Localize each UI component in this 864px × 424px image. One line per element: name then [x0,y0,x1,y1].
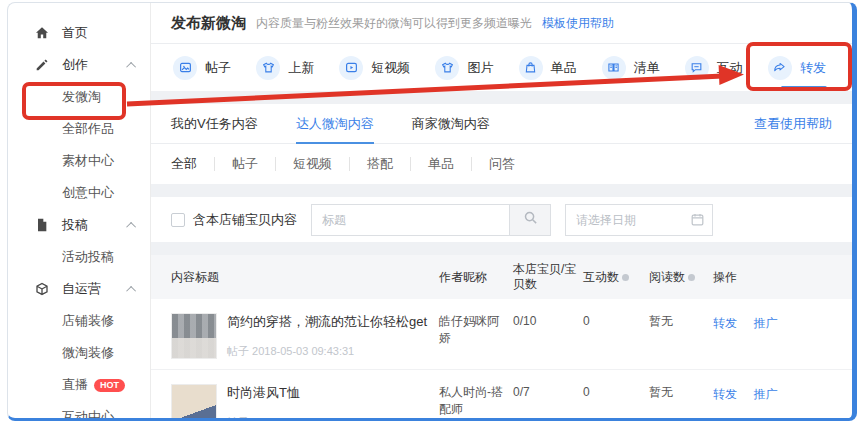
tab-image[interactable]: 图片 [435,44,493,91]
forward-link[interactable]: 转发 [713,316,737,330]
sidebar-item-shop-decoration[interactable]: 店铺装修 [8,305,150,337]
chat-bubble-icon [685,56,709,80]
tab-single-item[interactable]: 单品 [519,44,577,91]
tab-forward[interactable]: 转发 [768,44,826,91]
template-help-link[interactable]: 模板使用帮助 [542,15,614,32]
tab-label: 我的V任务内容 [171,115,258,133]
search-button[interactable] [509,204,551,236]
sidebar-item-label: 创意中心 [62,184,114,202]
content-type-tabs: 帖子 上新 短视频 图片 [151,44,852,91]
sidebar: 首页 创作 发微淘 全部作品 素材中心 创意中心 投稿 [8,3,151,418]
tab-label: 互动 [717,59,743,77]
col-author: 作者昵称 [439,269,513,286]
sidebar-item-create[interactable]: 创作 [8,49,150,81]
info-icon[interactable] [622,274,629,281]
content-meta: 帖子 2018-05-03 09:43:21 [227,415,429,421]
chevron-up-icon [126,61,136,71]
pen-icon [34,57,50,73]
type-filter-row: 全部 帖子 短视频 搭配 单品 问答 [151,144,852,184]
scope-tabs: 我的V任务内容 达人微淘内容 商家微淘内容 查看使用帮助 [151,104,852,144]
search-bar: 含本店铺宝贝内容 [151,197,852,242]
sidebar-item-all-works[interactable]: 全部作品 [8,113,150,145]
tab-label: 单品 [551,59,577,77]
section-divider-band [151,242,852,255]
date-picker[interactable] [565,204,713,236]
col-reads: 阅读数 [649,269,713,286]
include-shop-items-checkbox[interactable] [171,213,185,227]
home-icon [34,25,50,41]
sidebar-item-self-operate[interactable]: 自运营 [8,273,150,305]
interaction-count: 0 [583,384,649,401]
content-thumbnail[interactable] [171,384,217,421]
filter-post[interactable]: 帖子 [214,157,275,171]
hot-badge: HOT [94,379,125,392]
sidebar-item-label: 素材中心 [62,152,114,170]
sidebar-item-submission[interactable]: 投稿 [8,209,150,241]
page-title: 发布新微淘 [171,14,246,33]
tab-label: 图片 [467,59,493,77]
sidebar-item-idea-center[interactable]: 创意中心 [8,177,150,209]
date-input[interactable] [565,204,713,236]
tab-new-arrival[interactable]: 上新 [256,44,314,91]
sidebar-item-label: 互动中心 [62,408,114,421]
info-icon[interactable] [688,274,695,281]
sidebar-item-label: 投稿 [62,216,88,234]
book-icon [602,56,626,80]
sidebar-item-material-center[interactable]: 素材中心 [8,145,150,177]
tshirt-icon [435,56,459,80]
sidebar-item-activity-submission[interactable]: 活动投稿 [8,241,150,273]
chevron-up-icon [126,221,136,231]
tab-label: 帖子 [205,59,231,77]
filter-qa[interactable]: 问答 [471,157,532,171]
sidebar-item-weitao-decoration[interactable]: 微淘装修 [8,337,150,369]
sidebar-item-home[interactable]: 首页 [8,17,150,49]
forward-link[interactable]: 转发 [713,387,737,401]
checkbox-label: 含本店铺宝贝内容 [193,211,297,229]
usage-help-link[interactable]: 查看使用帮助 [754,115,832,133]
filter-single-item[interactable]: 单品 [410,157,471,171]
sidebar-item-live[interactable]: 直播 HOT [8,369,150,401]
tab-post[interactable]: 帖子 [173,44,231,91]
shop-items-count: 0/7 [513,384,583,401]
shop-items-count: 0/10 [513,313,583,330]
col-content-title: 内容标题 [171,269,439,286]
filter-outfit[interactable]: 搭配 [349,157,410,171]
shopping-bag-icon [519,56,543,80]
tab-interaction[interactable]: 互动 [685,44,743,91]
promote-link[interactable]: 推广 [753,387,777,401]
author-name: 皓仔妈咪阿娇 [439,313,513,347]
page-header: 发布新微淘 内容质量与粉丝效果好的微淘可以得到更多频道曝光 模板使用帮助 [151,3,852,44]
app-window: 首页 创作 发微淘 全部作品 素材中心 创意中心 投稿 [7,2,857,421]
tab-merchant-weitao-content[interactable]: 商家微淘内容 [412,104,490,143]
sidebar-item-fa-weitao[interactable]: 发微淘 [8,81,150,113]
main-content: 发布新微淘 内容质量与粉丝效果好的微淘可以得到更多频道曝光 模板使用帮助 帖子 … [151,3,852,418]
content-thumbnail[interactable] [171,313,217,359]
section-divider-band [151,184,852,197]
sidebar-item-label: 发微淘 [62,88,101,106]
tab-label: 清单 [634,59,660,77]
tab-my-v-task-content[interactable]: 我的V任务内容 [171,104,258,143]
col-label: 互动数 [583,269,619,286]
sidebar-item-label: 全部作品 [62,120,114,138]
row-operations: 转发 推广 [713,313,852,332]
table-row: 时尚港风T恤 帖子 2018-05-03 09:43:21 私人时尚-搭配师 0… [151,369,852,421]
content-meta: 帖子 2018-05-03 09:43:31 [227,344,429,359]
tab-label: 短视频 [371,59,410,77]
filter-short-video[interactable]: 短视频 [275,157,349,171]
col-shop-items: 本店宝贝/宝贝数 [513,262,583,292]
title-search-input[interactable] [311,204,509,236]
content-title[interactable]: 时尚港风T恤 [227,384,429,402]
tab-label: 达人微淘内容 [296,115,374,133]
col-operations: 操作 [713,269,852,286]
sidebar-item-interaction-center[interactable]: 互动中心 [8,401,150,421]
promote-link[interactable]: 推广 [753,316,777,330]
document-icon [34,217,50,233]
tab-list[interactable]: 清单 [602,44,660,91]
tshirt-icon [256,56,280,80]
content-title[interactable]: 简约的穿搭，潮流的范让你轻松get [227,313,429,331]
content-table: 内容标题 作者昵称 本店宝贝/宝贝数 互动数 阅读数 操作 简约的穿搭，潮流的范 [151,255,852,418]
tab-daren-weitao-content[interactable]: 达人微淘内容 [296,104,374,143]
section-divider-band [151,91,852,104]
filter-all[interactable]: 全部 [171,157,214,171]
tab-short-video[interactable]: 短视频 [339,44,410,91]
